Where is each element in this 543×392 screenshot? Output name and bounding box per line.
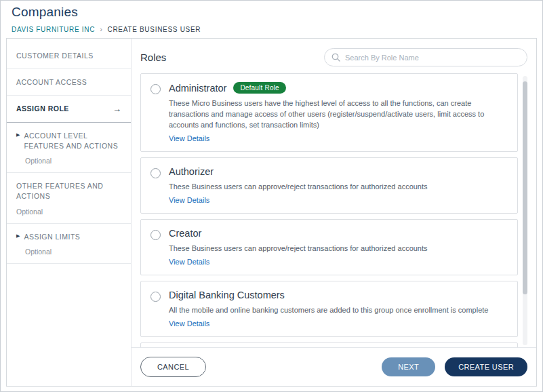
roles-heading: Roles [140, 52, 166, 63]
active-step-arrow-icon: → [113, 104, 121, 113]
role-name: Administrator [169, 83, 226, 94]
view-details-link[interactable]: View Details [169, 258, 209, 266]
breadcrumb: DAVIS FURNITURE INC › CREATE BUSINESS US… [12, 25, 531, 33]
breadcrumb-company-link[interactable]: DAVIS FURNITURE INC [12, 26, 95, 33]
role-description: These Business users can approve/reject … [169, 182, 508, 193]
role-card: AdministratorDefault RoleThese Micro Bus… [140, 73, 518, 152]
content-header: Roles [140, 39, 527, 73]
role-name: Creator [169, 228, 201, 239]
default-role-badge: Default Role [233, 82, 285, 94]
role-radio[interactable] [150, 230, 161, 240]
expand-caret-icon[interactable]: ▶ [16, 232, 20, 240]
optional-label: Optional [16, 157, 121, 165]
breadcrumb-chevron-icon: › [100, 25, 102, 33]
create-user-button[interactable]: CREATE USER [445, 357, 527, 376]
sidebar-item-assign-role[interactable]: ASSIGN ROLE→ [7, 96, 131, 122]
expand-caret-icon[interactable]: ▶ [16, 131, 20, 139]
sidebar-item-label: ASSIGN ROLE [16, 104, 108, 114]
sidebar-item-label: OTHER FEATURES AND ACTIONS [16, 181, 121, 201]
main-panel: CUSTOMER DETAILSACCOUNT ACCESSASSIGN ROL… [6, 38, 537, 387]
search-icon [331, 53, 340, 62]
sidebar-item-label: ACCOUNT LEVEL FEATURES AND ACTIONS [24, 131, 121, 151]
footer-bar: CANCEL NEXT CREATE USER [132, 347, 536, 386]
role-list-wrap: AdministratorDefault RoleThese Micro Bus… [140, 73, 527, 348]
page-title: Companies [12, 5, 531, 20]
sidebar-item-customer-details[interactable]: CUSTOMER DETAILS [7, 43, 131, 69]
role-description: These Micro Business users have the high… [169, 98, 508, 131]
view-details-link[interactable]: View Details [169, 319, 209, 328]
role-description: These Business users can approve/reject … [169, 243, 508, 254]
sidebar-item-label: ASSIGN LIMITS [24, 232, 121, 242]
sidebar-item-other-features-and-actions[interactable]: OTHER FEATURES AND ACTIONSOptional [7, 173, 131, 223]
next-button[interactable]: NEXT [382, 357, 435, 376]
sidebar-item-assign-limits[interactable]: ▶ASSIGN LIMITSOptional [7, 224, 131, 264]
optional-label: Optional [16, 208, 121, 216]
scrollbar[interactable] [523, 76, 527, 345]
breadcrumb-current: CREATE BUSINESS USER [108, 26, 201, 33]
role-name: Digital Banking Customers [169, 290, 285, 300]
scrollbar-thumb[interactable] [523, 81, 527, 294]
role-card: Digital Banking CustomersAll the mobile … [140, 281, 518, 337]
sidebar: CUSTOMER DETAILSACCOUNT ACCESSASSIGN ROL… [7, 39, 132, 386]
sidebar-item-label: CUSTOMER DETAILS [16, 51, 121, 61]
role-list: AdministratorDefault RoleThese Micro Bus… [140, 73, 527, 348]
footer-actions: NEXT CREATE USER [382, 357, 527, 376]
role-name: Authorizer [169, 166, 214, 177]
sidebar-item-account-access[interactable]: ACCOUNT ACCESS [7, 69, 131, 96]
sidebar-item-label: ACCOUNT ACCESS [16, 77, 121, 87]
role-radio[interactable] [150, 292, 161, 302]
role-card: CreatorThese Business users can approve/… [140, 219, 518, 275]
optional-label: Optional [16, 248, 121, 256]
role-card: AuthorizerThese Business users can appro… [140, 157, 518, 214]
page-header: Companies DAVIS FURNITURE INC › CREATE B… [1, 1, 542, 33]
content-area: Roles AdministratorDefault RoleThese Mic… [132, 39, 536, 386]
view-details-link[interactable]: View Details [169, 134, 209, 142]
role-description: All the mobile and online banking custom… [169, 305, 508, 316]
role-radio[interactable] [150, 84, 161, 94]
view-details-link[interactable]: View Details [169, 196, 209, 204]
sidebar-item-account-level-features-and-actions[interactable]: ▶ACCOUNT LEVEL FEATURES AND ACTIONSOptio… [7, 123, 131, 173]
search-box[interactable] [324, 48, 527, 66]
search-input[interactable] [345, 54, 520, 62]
role-radio[interactable] [150, 168, 161, 178]
cancel-button[interactable]: CANCEL [140, 357, 206, 377]
